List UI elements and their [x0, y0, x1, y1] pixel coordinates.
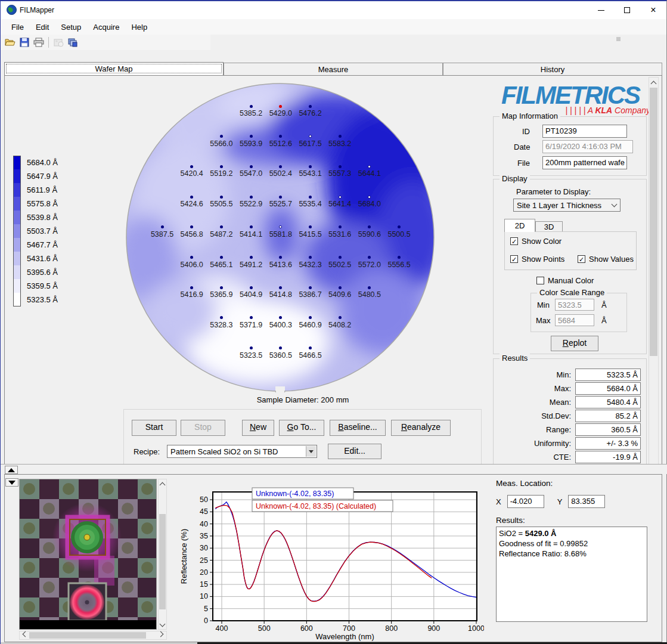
print-icon[interactable] [32, 36, 46, 49]
y-coordinate-field[interactable]: 83.355 [568, 495, 605, 508]
measurement-point[interactable] [161, 225, 164, 228]
result-value-field: -19.9 Å [575, 451, 641, 463]
collapse-up-icon[interactable] [5, 466, 18, 474]
measurement-point[interactable] [220, 256, 223, 259]
menu-edit[interactable]: Edit [30, 20, 55, 34]
camera-v-scrollbar[interactable] [158, 479, 167, 630]
menu-acquire[interactable]: Acquire [87, 20, 125, 34]
scroll-left-icon[interactable] [20, 631, 29, 639]
baseline-button[interactable]: Baseline... [330, 420, 386, 436]
max-field: 5684 [555, 314, 594, 326]
wafer-map-panel: 5684.0 Å5647.9 Å5611.9 Å5575.8 Å5539.8 Å… [4, 75, 662, 473]
scroll-down-icon[interactable] [159, 620, 166, 629]
minimize-icon[interactable] [588, 1, 614, 19]
thickness-value: 5408.2 [321, 321, 359, 329]
goto-button[interactable]: Go To... [279, 420, 324, 436]
scroll-up-icon[interactable] [159, 479, 166, 488]
new-button[interactable]: New [242, 420, 274, 436]
measurement-point[interactable] [250, 346, 253, 349]
close-icon[interactable]: × [640, 1, 666, 19]
x-coordinate-field[interactable]: -4.020 [507, 495, 544, 508]
tab-3d[interactable]: 3D [535, 221, 563, 232]
save-icon[interactable] [17, 36, 32, 49]
measurement-point[interactable] [339, 135, 342, 138]
toolbar-separator [48, 37, 49, 48]
measurement-point[interactable] [250, 105, 253, 108]
replot-button[interactable]: Replot [551, 336, 598, 351]
measurement-point[interactable] [250, 225, 253, 228]
menu-file[interactable]: File [5, 20, 30, 34]
file-field[interactable]: 200mm patterned wafe [542, 156, 627, 169]
acquisition-controls: Start Stop New Go To... Baseline... Rean… [123, 409, 482, 465]
chart-element: Unknown-(-4.02, 83.35) (Calculated) [256, 502, 376, 510]
parameter-dropdown-icon[interactable] [609, 200, 619, 210]
scroll-up-icon[interactable] [649, 78, 658, 87]
measurement-point[interactable] [250, 196, 253, 199]
measurement-point[interactable] [309, 165, 312, 168]
collapse-down-icon[interactable] [5, 478, 18, 487]
thickness-value: 5476.2 [291, 109, 330, 117]
measurement-point[interactable] [279, 196, 282, 199]
scrollbar-thumb[interactable] [159, 514, 166, 609]
tab-measure[interactable]: Measure [224, 63, 443, 75]
copy-icon[interactable] [66, 36, 80, 49]
measurement-point[interactable] [250, 286, 253, 289]
title-bar: FILMapper × [1, 1, 666, 19]
measurement-point[interactable] [220, 196, 223, 199]
chart-element: 45 [200, 507, 208, 516]
tab-wafer-map[interactable]: Wafer Map [4, 62, 224, 75]
measurement-point[interactable] [250, 256, 253, 259]
start-button[interactable]: Start [132, 420, 176, 436]
measurement-point[interactable] [339, 256, 342, 259]
scrollbar-thumb[interactable] [29, 632, 146, 639]
tab-2d[interactable]: 2D [504, 219, 535, 232]
color-swatch [13, 169, 21, 183]
open-file-icon[interactable] [3, 36, 17, 49]
color-swatch [13, 293, 21, 306]
tab-history[interactable]: History [443, 63, 662, 75]
show-points-checkbox[interactable]: ✓Show Points [510, 255, 564, 264]
show-color-checkbox[interactable]: ✓Show Color [510, 237, 561, 246]
edit-recipe-button[interactable]: Edit... [328, 444, 381, 459]
measurement-point[interactable] [190, 286, 193, 289]
measurement-point[interactable] [309, 196, 312, 199]
reanalyze-button[interactable]: Reanalyze [391, 420, 451, 436]
measurement-point[interactable] [339, 165, 342, 168]
measurement-point[interactable] [309, 105, 312, 108]
measurement-section: Meas. Location: X -4.020 Y 83.355 Result… [496, 479, 652, 488]
chart-element: 10 [200, 592, 208, 600]
measurement-point[interactable] [250, 135, 253, 138]
measurement-point[interactable] [220, 286, 223, 289]
menu-help[interactable]: Help [125, 20, 153, 34]
tab-strip: Wafer MapMeasureHistory [4, 63, 662, 76]
recipe-select[interactable]: Pattern Scaled SiO2 on Si TBD [167, 445, 317, 458]
id-field[interactable]: PT10239 [542, 125, 627, 138]
manual-color-checkbox[interactable]: Manual Color [536, 276, 594, 285]
parameter-select[interactable]: Site 1 Layer 1 Thickness [513, 199, 621, 212]
maximize-icon[interactable] [614, 1, 640, 19]
measurement-point[interactable] [309, 286, 312, 289]
spot-results-text[interactable]: SiO2 = 5429.0 Å Goodness of fit = 0.9985… [496, 527, 647, 622]
min-unit: Å [601, 301, 607, 309]
right-panel-scrollbar[interactable] [649, 77, 659, 472]
recipe-dropdown-icon[interactable] [306, 446, 316, 457]
menu-setup[interactable]: Setup [55, 20, 87, 34]
pane-splitter[interactable] [1, 464, 667, 474]
scroll-right-icon[interactable] [157, 631, 166, 639]
camera-h-scrollbar[interactable] [19, 631, 167, 640]
result-value-field: 5480.4 Å [575, 396, 641, 408]
measurement-point[interactable] [220, 165, 223, 168]
measurement-point[interactable] [339, 196, 342, 199]
measurement-point[interactable] [190, 196, 193, 199]
scrollbar-thumb[interactable] [650, 88, 657, 356]
chart-element: 800 [385, 624, 398, 633]
chart-element: 5 [204, 605, 208, 613]
measurement-point[interactable] [339, 286, 342, 289]
color-scale-value: 5395.6 Å [27, 268, 58, 277]
selected-measurement-point[interactable] [279, 105, 282, 108]
chart-element: 30 [200, 544, 208, 552]
measurement-point[interactable] [309, 256, 312, 259]
show-values-checkbox[interactable]: ✓Show Values [578, 255, 634, 264]
color-scale-entry: 5575.8 Å [13, 197, 58, 210]
measurement-point[interactable] [250, 165, 253, 168]
